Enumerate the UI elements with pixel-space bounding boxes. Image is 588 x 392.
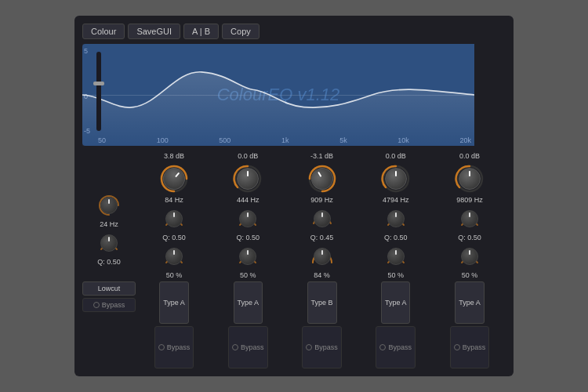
band5-gain-knob[interactable] (455, 164, 485, 194)
band1-q-label: Q: 0.50 (162, 234, 186, 241)
band3-mix-knob[interactable] (310, 244, 335, 269)
band-2: 0.0 dB 444 Hz Q: 0.50 (212, 151, 284, 368)
band5-freq-label: 9809 Hz (456, 196, 483, 204)
band1-mix-knob[interactable] (162, 244, 187, 269)
band4-mix-knob[interactable] (383, 244, 408, 269)
band3-bypass-icon (306, 344, 312, 350)
bands-area: 24 Hz Q: 0.50 Lowcut Bypass 3.8 dB (82, 151, 506, 368)
band5-mix-label: 50 % (462, 271, 478, 279)
band2-gain-knob[interactable] (233, 164, 263, 194)
lowcut-q-label: Q: 0.50 (97, 258, 121, 266)
band4-gain-knob[interactable] (381, 164, 411, 194)
lowcut-q-knob[interactable] (96, 230, 122, 256)
band3-gain-knob[interactable] (307, 164, 337, 194)
band3-type-button[interactable]: Type B (307, 281, 337, 324)
band2-bypass-button[interactable]: Bypass (228, 326, 268, 368)
band3-bypass-label: Bypass (314, 343, 338, 351)
band2-q-knob[interactable] (235, 206, 260, 231)
ab-button[interactable]: A | B (183, 24, 219, 39)
band1-gain-knob[interactable] (159, 164, 189, 194)
savegui-button[interactable]: SaveGUI (128, 24, 180, 39)
lowcut-freq-knob[interactable] (96, 193, 122, 218)
band3-q-label: Q: 0.45 (310, 234, 334, 241)
band-3: -3.1 dB 909 Hz Q: 0.45 (285, 151, 358, 368)
band2-bypass-label: Bypass (241, 343, 264, 351)
band2-freq-label: 444 Hz (237, 196, 260, 204)
band2-q-label: Q: 0.50 (237, 234, 260, 241)
band4-gain-label: 0.0 dB (386, 152, 406, 162)
band-lowcut: 24 Hz Q: 0.50 Lowcut Bypass (82, 151, 136, 368)
band5-bypass-label: Bypass (463, 343, 486, 351)
band2-type-button[interactable]: Type A (234, 281, 263, 324)
band4-bypass-icon (379, 344, 386, 350)
band1-mix-label: 50 % (166, 271, 183, 279)
band4-q-knob[interactable] (383, 206, 408, 231)
band2-gain-label: 0.0 dB (238, 152, 258, 162)
band-1: 3.8 dB 84 Hz Q: 0.50 (138, 151, 210, 368)
band1-q-knob[interactable] (162, 206, 187, 231)
band2-bypass-icon (232, 344, 238, 350)
band1-bypass-label: Bypass (167, 343, 191, 351)
band1-bypass-button[interactable]: Bypass (154, 326, 194, 368)
gain-slider-thumb[interactable] (93, 82, 104, 85)
gain-slider-track[interactable] (96, 52, 101, 131)
band5-mix-knob[interactable] (457, 244, 482, 269)
band-4: 0.0 dB 4794 Hz Q: 0.50 (360, 151, 432, 368)
band4-type-button[interactable]: Type A (381, 281, 411, 324)
copy-button[interactable]: Copy (222, 24, 260, 39)
band5-q-label: Q: 0.50 (458, 234, 481, 241)
band5-q-knob[interactable] (457, 206, 482, 231)
band5-bypass-button[interactable]: Bypass (450, 326, 490, 368)
band2-mix-label: 50 % (240, 271, 256, 279)
eq-curve (82, 44, 474, 146)
band1-type-button[interactable]: Type A (159, 281, 189, 324)
band2-mix-knob[interactable] (235, 244, 260, 269)
lowcut-bypass-label: Bypass (102, 301, 125, 309)
lowcut-bypass-icon (93, 302, 100, 308)
band1-freq-label: 84 Hz (165, 196, 183, 204)
colour-button[interactable]: Colour (82, 24, 125, 39)
lowcut-freq-label: 24 Hz (100, 220, 118, 228)
eq-display[interactable]: 5 0 -5 50 100 500 1k 5k 10k 20k ColourEQ… (82, 44, 474, 146)
band3-freq-label: 909 Hz (310, 196, 333, 204)
band4-freq-label: 4794 Hz (383, 196, 409, 204)
band5-bypass-icon (454, 344, 460, 350)
band4-bypass-label: Bypass (388, 343, 412, 351)
band3-mix-label: 84 % (314, 271, 330, 279)
lowcut-type-button[interactable]: Lowcut (82, 281, 136, 296)
lowcut-bypass-button[interactable]: Bypass (82, 298, 136, 312)
band4-bypass-button[interactable]: Bypass (376, 326, 416, 368)
band1-gain-label: 3.8 dB (164, 152, 184, 162)
eq-display-wrapper: 5 0 -5 50 100 500 1k 5k 10k 20k ColourEQ… (82, 44, 506, 146)
toolbar: Colour SaveGUI A | B Copy (82, 24, 506, 39)
band3-bypass-button[interactable]: Bypass (302, 326, 342, 368)
band4-q-label: Q: 0.50 (384, 234, 408, 241)
band1-bypass-icon (158, 344, 165, 350)
band-5: 0.0 dB 9809 Hz Q: 0.50 (434, 151, 506, 368)
bands-1-5: 3.8 dB 84 Hz Q: 0.50 (138, 151, 506, 368)
band4-mix-label: 50 % (387, 271, 404, 279)
band5-gain-label: 0.0 dB (459, 152, 480, 162)
plugin-container: Colour SaveGUI A | B Copy 5 0 -5 50 100 … (74, 16, 514, 376)
band3-q-knob[interactable] (310, 206, 335, 231)
band3-gain-label: -3.1 dB (310, 152, 333, 162)
band5-type-button[interactable]: Type A (455, 281, 485, 324)
